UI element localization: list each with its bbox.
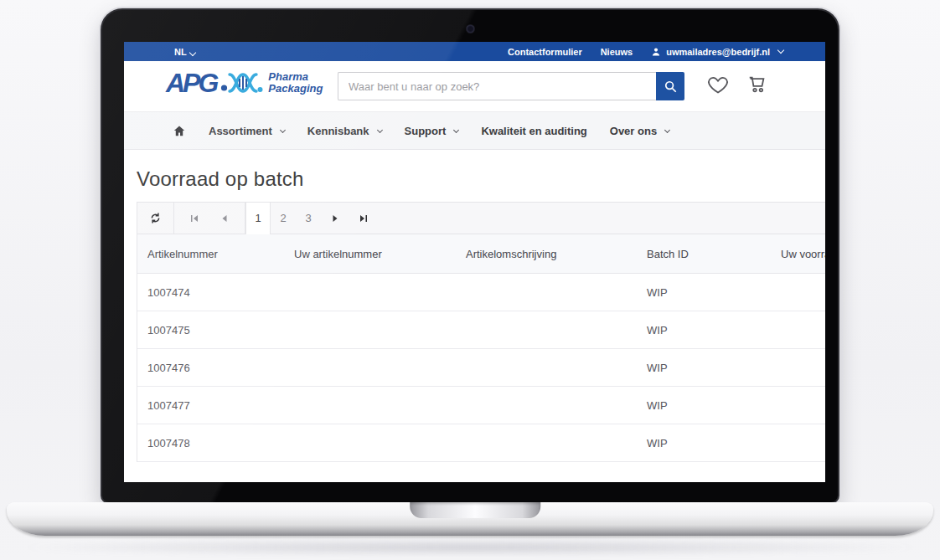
laptop-shadow	[25, 539, 915, 556]
cart-button[interactable]	[746, 73, 771, 99]
logo-tagline: Pharma Packaging	[268, 71, 323, 95]
nav-item-assortiment[interactable]: Assortiment	[209, 125, 285, 137]
table-row[interactable]: 1007475 WIP	[137, 311, 825, 349]
nav-item-kwaliteit[interactable]: Kwaliteit en auditing	[481, 125, 586, 137]
col-artikelomschrijving: Artikelomschrijving	[456, 234, 637, 274]
page-title: Voorraad op batch	[137, 167, 825, 191]
dna-helix-icon	[220, 69, 264, 97]
last-page-icon	[359, 213, 369, 223]
browser-viewport: NL Contactformulier Nieuws uwmailadres@b…	[124, 42, 825, 482]
table-row[interactable]: 1007477 WIP	[137, 387, 825, 424]
main-navigation: Assortiment Kennisbank Support Kwaliteit…	[124, 111, 825, 150]
prev-page-icon	[220, 213, 230, 223]
table-row[interactable]: 1007478 WIP	[137, 424, 825, 462]
home-icon	[173, 125, 186, 137]
topbar: NL Contactformulier Nieuws uwmailadres@b…	[124, 42, 825, 61]
nav-item-kennisbank[interactable]: Kennisbank	[307, 125, 382, 137]
laptop-lid-notch	[410, 502, 540, 518]
table-row[interactable]: 1007476 WIP	[137, 349, 825, 387]
heart-icon	[705, 73, 731, 96]
page-number-1[interactable]: 1	[245, 203, 271, 234]
wishlist-button[interactable]	[705, 73, 731, 99]
col-batch-id: Batch ID	[637, 234, 771, 274]
logo-acronym: APG	[166, 69, 216, 96]
language-selector[interactable]: NL	[174, 47, 195, 57]
masthead: APG Pharma Packaging	[124, 61, 825, 111]
laptop-screen: NL Contactformulier Nieuws uwmailadres@b…	[101, 8, 839, 504]
prev-page-button[interactable]	[220, 213, 230, 223]
table-row[interactable]: 1007474 WIP	[137, 274, 825, 311]
col-uw-voorraad: Uw voorraad	[771, 234, 825, 274]
page-number-3[interactable]: 3	[296, 203, 321, 234]
col-uw-artikelnummer: Uw artikelnummer	[284, 234, 456, 274]
search-bar	[338, 72, 684, 100]
account-menu[interactable]: uwmailadres@bedrijf.nl	[651, 47, 783, 57]
search-icon	[664, 80, 678, 94]
nav-item-over-ons[interactable]: Over ons	[610, 125, 669, 137]
account-email: uwmailadres@bedrijf.nl	[666, 47, 770, 57]
chevron-down-icon	[664, 126, 670, 132]
grid-pagination-toolbar: 1 2 3	[137, 203, 825, 234]
chevron-down-icon	[280, 126, 286, 132]
cart-icon	[746, 73, 771, 96]
chevron-down-icon	[777, 47, 784, 54]
col-artikelnummer: Artikelnummer	[137, 234, 284, 274]
table-header-row: Artikelnummer Uw artikelnummer Artikelom…	[137, 234, 825, 274]
first-page-button[interactable]	[189, 213, 199, 223]
person-icon	[651, 47, 661, 57]
chevron-down-icon	[189, 49, 195, 55]
chevron-down-icon	[377, 126, 383, 132]
language-label: NL	[174, 47, 187, 57]
page-number-2[interactable]: 2	[271, 203, 296, 234]
news-link[interactable]: Nieuws	[601, 47, 633, 57]
webcam-icon	[467, 25, 474, 33]
refresh-icon	[149, 212, 162, 224]
search-input[interactable]	[338, 72, 656, 100]
next-page-icon	[330, 213, 340, 223]
laptop-base	[7, 502, 933, 536]
chevron-down-icon	[453, 126, 459, 132]
nav-item-support[interactable]: Support	[405, 125, 459, 137]
batch-grid: 1 2 3 Artikelnu	[137, 202, 825, 462]
brand-logo[interactable]: APG Pharma Packaging	[166, 69, 323, 97]
next-page-button[interactable]	[321, 203, 349, 234]
search-button[interactable]	[656, 72, 684, 100]
nav-home[interactable]	[173, 125, 186, 137]
first-page-icon	[189, 213, 199, 223]
contact-link[interactable]: Contactformulier	[508, 47, 582, 57]
refresh-button[interactable]	[149, 212, 162, 224]
last-page-button[interactable]	[349, 203, 378, 234]
batch-table: Artikelnummer Uw artikelnummer Artikelom…	[137, 234, 825, 462]
